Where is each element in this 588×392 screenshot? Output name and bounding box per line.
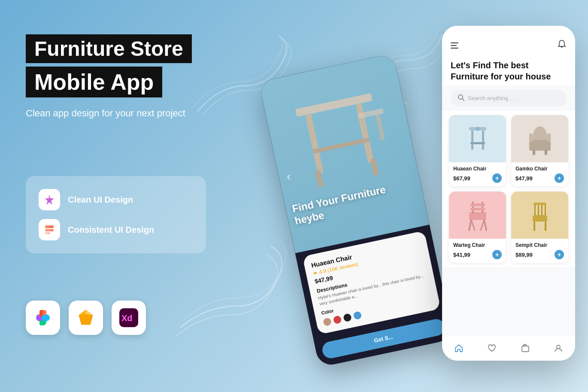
svg-point-12 [42,315,48,321]
search-bar[interactable]: Search anything . . . [451,90,567,106]
product-gamko[interactable]: Gamko Chair $47,99 + [511,115,568,186]
svg-marker-0 [45,194,54,205]
svg-rect-60 [522,346,529,352]
hamburger-icon[interactable] [451,43,458,49]
huaean-name: Huaean Chair [453,166,502,172]
svg-point-61 [557,345,560,349]
consistent-ui-label: Consistent UI Design [68,225,154,235]
products-grid: Huaean Chair $67,99 + [442,111,575,267]
sempit-img [511,191,568,239]
svg-point-36 [476,127,480,131]
svg-rect-53 [545,222,546,231]
feature-clean-ui: Clean UI Design [39,185,193,215]
tools-row: Xd [26,301,146,335]
figma-icon [26,301,60,335]
gamko-name: Gamko Chair [515,166,564,172]
color-swatch-3[interactable] [343,313,352,322]
sempit-name: Sempit Chair [515,242,564,248]
back-chair-scene [259,53,430,253]
svg-line-31 [462,99,464,100]
svg-line-45 [471,220,475,230]
product-sempit[interactable]: Sempit Chair $89,99 + [511,191,568,263]
svg-rect-52 [533,222,535,231]
svg-rect-27 [370,158,379,176]
phone-header [442,31,575,55]
clean-ui-label: Clean UI Design [68,195,133,205]
title-furniture: Furniture Store [26,34,192,63]
svg-rect-39 [547,134,551,142]
svg-rect-54 [534,204,536,216]
svg-text:Xd: Xd [121,313,133,323]
color-swatch-1[interactable] [323,317,332,326]
product-warteg[interactable]: Warteg Chair $41,99 + [449,191,506,263]
subtitle: Clean app design for your next project [26,107,189,120]
hero-title: Let's Find The best Furniture for your h… [451,60,567,82]
svg-rect-13 [39,320,43,325]
bell-icon[interactable] [557,40,567,51]
svg-rect-34 [482,131,484,150]
left-section: Furniture Store Mobile App Clean app des… [26,34,192,120]
svg-rect-47 [472,201,474,213]
clean-ui-icon [39,189,60,210]
phones-container: Huaean Chair ★ 4.9 (10K reviews) $47,99 … [202,0,588,392]
svg-rect-29 [376,114,385,140]
hero-section: Let's Find The best Furniture for your h… [442,55,575,85]
nav-profile[interactable] [554,343,563,353]
gamko-img [511,115,568,162]
warteg-price: $41,99 [453,252,470,258]
color-swatch-2[interactable] [333,315,342,324]
phone-back: Huaean Chair ★ 4.9 (10K reviews) $47,99 … [259,53,454,368]
svg-rect-40 [533,150,535,155]
huaean-info: Huaean Chair $67,99 + [449,162,506,186]
svg-rect-35 [470,142,485,144]
sempit-price: $89,99 [515,252,533,258]
svg-rect-57 [545,204,546,216]
sketch-icon [69,301,103,335]
svg-rect-58 [533,203,546,205]
gamko-add-btn[interactable]: + [555,173,564,183]
warteg-name: Warteg Chair [453,242,502,248]
huaean-add-btn[interactable]: + [492,173,502,183]
warteg-add-btn[interactable]: + [492,250,502,259]
huaean-img [449,115,506,162]
svg-rect-38 [529,134,533,142]
svg-line-44 [484,220,486,230]
svg-rect-3 [45,232,50,234]
consistent-ui-icon [39,219,60,240]
search-icon [458,94,464,102]
sempit-add-btn[interactable]: + [555,250,564,259]
svg-rect-25 [312,137,370,154]
gamko-price: $47,99 [515,175,533,182]
svg-rect-59 [533,215,546,217]
svg-rect-50 [470,208,485,210]
product-huaean[interactable]: Huaean Chair $67,99 + [449,115,506,186]
warteg-info: Warteg Chair $41,99 + [449,239,506,263]
title-mobile: Mobile App [26,67,162,97]
svg-rect-49 [470,204,485,206]
nav-cart[interactable] [521,343,530,353]
gamko-price-row: $47,99 + [515,173,564,183]
search-placeholder: Search anything . . . [468,95,518,101]
svg-rect-48 [482,201,483,213]
nav-wishlist[interactable] [487,343,497,353]
svg-rect-41 [545,150,547,155]
sempit-info: Sempit Chair $89,99 + [511,239,568,263]
bottom-nav [442,335,575,361]
gamko-info: Gamko Chair $47,99 + [511,162,568,186]
feature-consistent-ui: Consistent UI Design [39,215,193,245]
huaean-price: $67,99 [453,175,470,182]
sempit-price-row: $89,99 + [515,250,564,259]
warteg-img [449,191,506,239]
svg-rect-1 [45,225,54,228]
svg-rect-42 [469,212,486,220]
xd-icon: Xd [112,301,146,335]
svg-rect-23 [305,114,324,174]
svg-line-46 [481,220,484,230]
huaean-price-row: $67,99 + [453,173,502,183]
nav-home[interactable] [454,343,464,353]
features-card: Clean UI Design Consistent UI Design [26,176,206,253]
nav-arrow: ‹ [287,170,291,183]
svg-rect-2 [45,229,54,231]
color-swatch-4[interactable] [353,311,362,320]
status-bar [442,26,575,31]
